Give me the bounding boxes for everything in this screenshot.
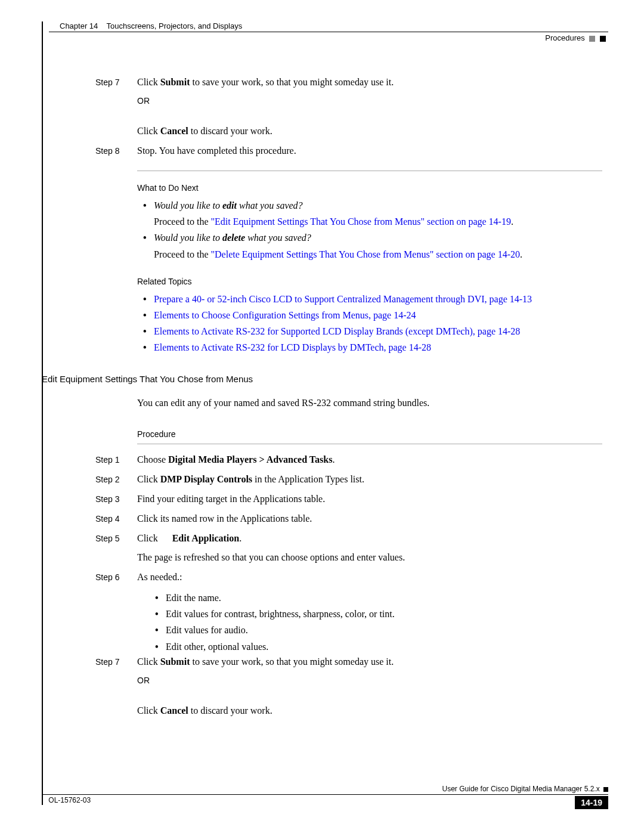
list-item: • Would you like to edit what you saved?… bbox=[143, 197, 602, 230]
section-rule bbox=[137, 171, 602, 171]
chapter-number: Chapter 14 bbox=[60, 21, 98, 30]
section-heading-edit-equipment: Edit Equipment Settings That You Chose f… bbox=[42, 374, 602, 384]
list-item: • Prepare a 40- or 52-inch Cisco LCD to … bbox=[143, 291, 602, 307]
list-item: • Elements to Activate RS-232 for LCD Di… bbox=[143, 339, 602, 355]
list-item: •Edit values for audio. bbox=[155, 622, 602, 638]
footer-bar-icon bbox=[42, 797, 43, 805]
list-item: •Edit values for contrast, brightness, s… bbox=[155, 606, 602, 622]
step-text: Stop. You have completed this procedure. bbox=[137, 144, 602, 159]
header-square-grey bbox=[589, 36, 595, 42]
link-delete-section[interactable]: "Delete Equipment Settings That You Chos… bbox=[211, 249, 520, 259]
cancel-line-2: Click Cancel to discard your work. bbox=[137, 704, 602, 719]
link-edit-section[interactable]: "Edit Equipment Settings That You Chose … bbox=[211, 216, 511, 227]
procedures-text: Procedures bbox=[545, 33, 584, 42]
related-link-1[interactable]: Prepare a 40- or 52-inch Cisco LCD to Su… bbox=[154, 291, 602, 307]
proc-step-3: Step 3 Find your editing target in the A… bbox=[95, 492, 602, 507]
header-square-black bbox=[600, 36, 606, 42]
page-footer: User Guide for Cisco Digital Media Manag… bbox=[42, 785, 608, 809]
left-margin-bar bbox=[42, 21, 43, 803]
proc-step-4: Step 4 Click its named row in the Applic… bbox=[95, 512, 602, 527]
footer-doc-id: OL-15762-03 bbox=[48, 796, 91, 804]
procedure-rule bbox=[137, 444, 602, 444]
page-number: 14-19 bbox=[575, 796, 608, 809]
related-link-2[interactable]: Elements to Choose Configuration Setting… bbox=[154, 307, 602, 323]
cancel-line: Click Cancel to discard your work. bbox=[137, 124, 602, 139]
step-label: Step 8 bbox=[95, 144, 137, 159]
list-item: •Edit other, optional values. bbox=[155, 639, 602, 655]
or-label: OR bbox=[137, 95, 602, 108]
step-text: Click Submit to save your work, so that … bbox=[137, 75, 602, 90]
step-8: Step 8 Stop. You have completed this pro… bbox=[95, 144, 602, 159]
step-5-note: The page is refreshed so that you can ch… bbox=[137, 550, 602, 565]
proc-step-5: Step 5 Click Edit Application. bbox=[95, 531, 602, 546]
header-rule bbox=[49, 32, 608, 32]
proc-step-7: Step 7 Click Submit to save your work, s… bbox=[95, 655, 602, 670]
footer-guide-title: User Guide for Cisco Digital Media Manag… bbox=[442, 785, 600, 793]
chapter-title: Touchscreens, Projectors, and Displays bbox=[107, 21, 243, 30]
header-right-label: Procedures bbox=[42, 33, 606, 42]
related-topics-heading: Related Topics bbox=[137, 277, 602, 286]
list-item: • Elements to Activate RS-232 for Suppor… bbox=[143, 323, 602, 339]
intro-text: You can edit any of your named and saved… bbox=[137, 396, 602, 411]
list-item: •Edit the name. bbox=[155, 590, 602, 606]
list-item: • Would you like to delete what you save… bbox=[143, 230, 602, 262]
related-link-4[interactable]: Elements to Activate RS-232 for LCD Disp… bbox=[154, 339, 602, 355]
step-7: Step 7 Click Submit to save your work, s… bbox=[95, 75, 602, 90]
footer-rule bbox=[42, 794, 608, 795]
related-link-3[interactable]: Elements to Activate RS-232 for Supporte… bbox=[154, 323, 602, 339]
procedure-heading: Procedure bbox=[137, 429, 602, 439]
proc-step-1: Step 1 Choose Digital Media Players > Ad… bbox=[95, 453, 602, 467]
or-label-2: OR bbox=[137, 674, 602, 688]
step-label: Step 7 bbox=[95, 75, 137, 90]
chapter-header: Chapter 14 Touchscreens, Projectors, and… bbox=[60, 21, 608, 30]
what-to-do-next-heading: What to Do Next bbox=[137, 183, 602, 193]
proc-step-6: Step 6 As needed.: bbox=[95, 570, 602, 585]
list-item: • Elements to Choose Configuration Setti… bbox=[143, 307, 602, 323]
footer-square-icon bbox=[603, 787, 608, 792]
proc-step-2: Step 2 Click DMP Display Controls in the… bbox=[95, 472, 602, 487]
